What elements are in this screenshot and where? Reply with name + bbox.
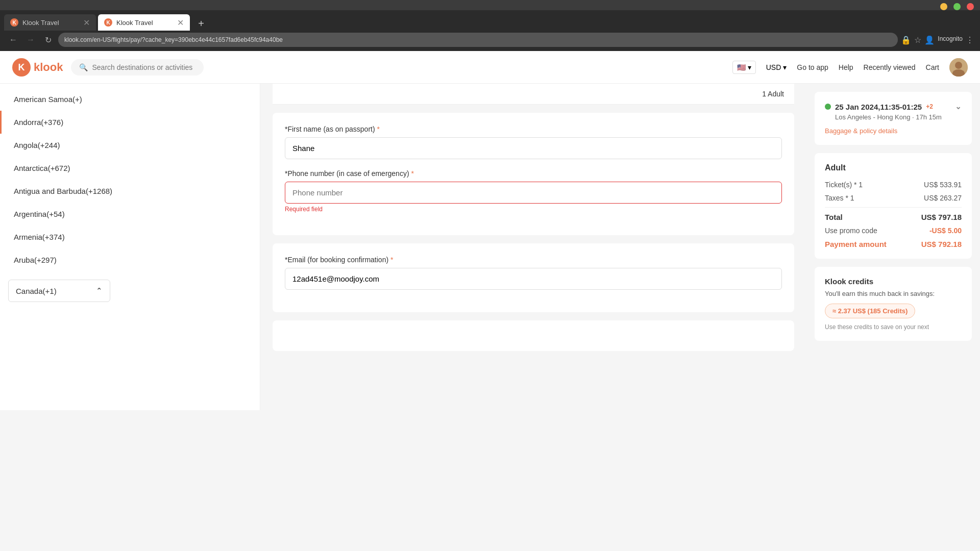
profile-icon[interactable]: 👤 (924, 35, 935, 45)
url-input[interactable] (58, 33, 898, 47)
promo-row: Use promo code -US$ 5.00 (825, 227, 962, 235)
email-input[interactable] (285, 268, 782, 290)
credits-title: Klook credits (825, 277, 962, 286)
promo-label: Use promo code (825, 227, 877, 235)
bookmark-icon[interactable]: ☆ (914, 35, 921, 45)
svg-point-3 (955, 62, 962, 69)
privacy-icon[interactable]: 🔒 (901, 35, 911, 45)
phone-input-wrap: Required field (285, 182, 782, 213)
promo-discount: -US$ 5.00 (929, 227, 962, 235)
minimize-button[interactable]: − (940, 3, 947, 10)
first-name-input[interactable] (285, 137, 782, 159)
tab-2[interactable]: K Klook Travel ✕ (98, 14, 190, 31)
browser-chrome: − □ ✕ K Klook Travel ✕ K Klook Travel ✕ … (0, 0, 980, 51)
menu-icon[interactable]: ⋮ (966, 35, 974, 45)
phone-error-message: Required field (285, 206, 782, 213)
expand-icon[interactable]: ⌄ (955, 102, 962, 111)
country-item-american-samoa[interactable]: American Samoa(+) (0, 88, 260, 111)
payment-total: US$ 792.18 (921, 240, 962, 248)
nav-right: 🇺🇸 ▾ USD ▾ Go to app Help Recently viewe… (732, 58, 968, 77)
user-avatar[interactable] (949, 58, 968, 77)
country-item-argentina[interactable]: Argentina(+54) (0, 203, 260, 226)
tab-1-favicon: K (10, 18, 18, 27)
adult-count-label: 1 Adult (762, 90, 784, 98)
payment-label: Payment amount (825, 240, 887, 248)
email-required-star: * (390, 256, 393, 264)
first-name-required-star: * (377, 125, 380, 133)
currency-selector[interactable]: USD ▾ (766, 63, 787, 71)
flight-days-label: +2 (926, 103, 933, 110)
tab-1-title: Klook Travel (22, 19, 59, 27)
total-price: US$ 797.18 (921, 213, 962, 221)
country-item-antigua[interactable]: Antigua and Barbuda(+1268) (0, 180, 260, 203)
country-item-antarctica[interactable]: Antarctica(+672) (0, 157, 260, 180)
svg-text:K: K (18, 62, 25, 72)
search-input[interactable] (92, 63, 195, 71)
currency-label: USD (766, 63, 781, 71)
phone-input[interactable] (285, 182, 782, 204)
country-list: American Samoa(+) Andorra(+376) Angola(+… (0, 84, 260, 314)
email-label: *Email (for booking confirmation) * (285, 256, 782, 264)
recently-viewed-link[interactable]: Recently viewed (864, 63, 916, 71)
country-select-row: Canada(+1) ⌃ (0, 280, 260, 310)
tab-2-close[interactable]: ✕ (177, 18, 184, 28)
country-item-angola[interactable]: Angola(+244) (0, 134, 260, 157)
nav-bar: K klook 🔍 🇺🇸 ▾ USD ▾ Go to app Help Rece… (0, 51, 980, 84)
right-panel: 25 Jan 2024,11:35-01:25 +2 ⌄ Los Angeles… (806, 84, 980, 410)
taxes-price-row: Taxes * 1 US$ 263.27 (825, 194, 962, 202)
tab-1[interactable]: K Klook Travel ✕ (4, 14, 96, 31)
go-to-app-link[interactable]: Go to app (797, 63, 828, 71)
pricing-card: Adult Ticket(s) * 1 US$ 533.91 Taxes * 1… (815, 153, 972, 259)
flight-route-label: Los Angeles - Hong Kong · 17h 15m (825, 113, 962, 121)
language-selector[interactable]: 🇺🇸 ▾ (732, 61, 756, 74)
flight-time-row: 25 Jan 2024,11:35-01:25 +2 ⌄ (825, 102, 962, 111)
additional-form-section (273, 320, 794, 351)
address-bar-row: ← → ↻ 🔒 ☆ 👤 Incognito ⋮ (0, 31, 980, 51)
new-tab-button[interactable]: + (194, 16, 208, 31)
phone-group: *Phone number (in case of emergency) * R… (285, 169, 782, 213)
tab-1-close[interactable]: ✕ (83, 18, 90, 28)
main-content: American Samoa(+) Andorra(+376) Angola(+… (0, 84, 980, 410)
ticket-price: US$ 533.91 (924, 181, 962, 189)
credits-description: You'll earn this much back in savings: (825, 290, 962, 297)
close-button[interactable]: ✕ (967, 3, 974, 10)
maximize-button[interactable]: □ (953, 3, 961, 10)
cart-link[interactable]: Cart (926, 63, 939, 71)
credits-note: Use these credits to save on your next (825, 323, 962, 331)
country-dropdown-panel: American Samoa(+) Andorra(+376) Angola(+… (0, 84, 260, 410)
forward-button[interactable]: → (23, 33, 38, 47)
adult-badge: 1 Adult (273, 84, 794, 105)
taxes-label: Taxes * 1 (825, 194, 854, 202)
incognito-label: Incognito (938, 35, 963, 45)
chevron-up-icon: ⌃ (96, 286, 103, 295)
country-phone-selector[interactable]: Canada(+1) ⌃ (8, 280, 110, 302)
phone-required-star: * (411, 169, 413, 178)
ticket-price-row: Ticket(s) * 1 US$ 533.91 (825, 181, 962, 189)
email-group: *Email (for booking confirmation) * (285, 256, 782, 290)
phone-label: *Phone number (in case of emergency) * (285, 169, 782, 178)
phone-row: Required field (285, 182, 782, 213)
ticket-label: Ticket(s) * 1 (825, 181, 863, 189)
country-item-armenia[interactable]: Armenia(+374) (0, 226, 260, 248)
search-icon: 🔍 (79, 63, 88, 71)
pricing-title: Adult (825, 163, 962, 172)
klook-logo[interactable]: K klook (12, 58, 63, 77)
country-item-andorra[interactable]: Andorra(+376) (0, 111, 260, 134)
tab-2-title: Klook Travel (116, 19, 153, 27)
search-box[interactable]: 🔍 (71, 59, 204, 76)
country-item-aruba[interactable]: Aruba(+297) (0, 248, 260, 271)
chevron-down-icon: ▾ (748, 63, 751, 71)
tab-2-favicon: K (104, 18, 112, 27)
refresh-button[interactable]: ↻ (41, 33, 55, 47)
credits-badge: ≈ 2.37 US$ (185 Credits) (825, 304, 915, 318)
flight-info-card: 25 Jan 2024,11:35-01:25 +2 ⌄ Los Angeles… (815, 92, 972, 145)
payment-row: Payment amount US$ 792.18 (825, 240, 962, 248)
flight-status-dot (825, 104, 831, 110)
avatar-svg (949, 58, 968, 77)
help-link[interactable]: Help (839, 63, 853, 71)
total-label: Total (825, 213, 843, 221)
tab-bar: K Klook Travel ✕ K Klook Travel ✕ + (0, 10, 980, 31)
back-button[interactable]: ← (6, 33, 20, 47)
email-form-section: *Email (for booking confirmation) * (273, 243, 794, 312)
baggage-policy-link[interactable]: Baggage & policy details (825, 127, 962, 135)
